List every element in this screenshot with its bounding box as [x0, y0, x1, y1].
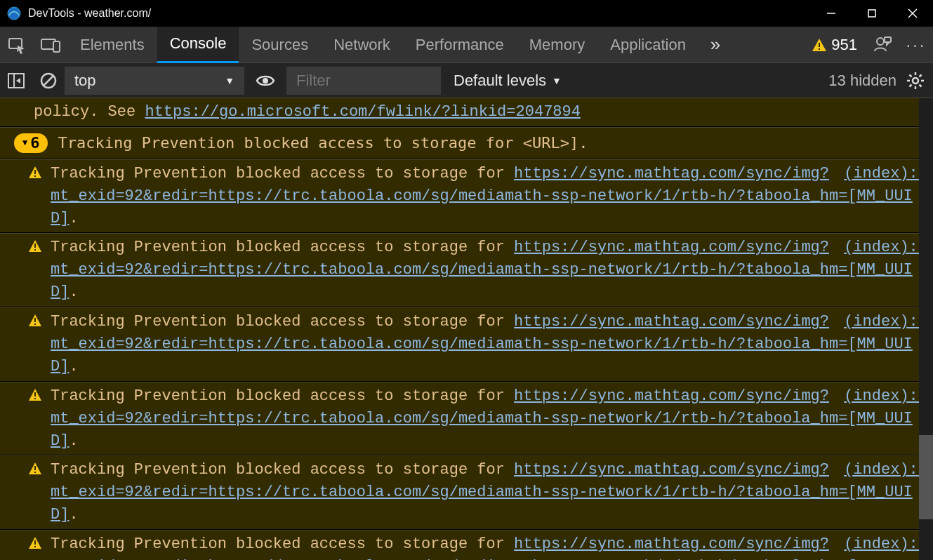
tab-application[interactable]: Application: [597, 27, 699, 63]
chevron-down-icon: ▼: [552, 75, 562, 86]
warning-count: 951: [831, 36, 857, 54]
svg-point-11: [877, 38, 884, 45]
svg-rect-38: [34, 546, 36, 547]
execution-context-select[interactable]: top ▼: [65, 67, 244, 95]
scrollbar-track[interactable]: [919, 98, 933, 560]
close-button[interactable]: [892, 0, 933, 27]
console-warning-row: (index):1 Tracking Prevention blocked ac…: [0, 159, 933, 234]
source-link[interactable]: (index):1: [844, 459, 927, 481]
maximize-button[interactable]: [852, 0, 892, 27]
filter-input[interactable]: [286, 67, 441, 95]
console-warning-row: (index):1 Tracking Prevention blocked ac…: [0, 455, 933, 530]
svg-rect-14: [8, 74, 14, 88]
clear-console-icon[interactable]: [32, 63, 65, 98]
svg-line-25: [920, 74, 922, 76]
source-link[interactable]: (index):1: [844, 385, 927, 408]
svg-rect-32: [34, 324, 36, 325]
inspect-element-icon[interactable]: [0, 27, 34, 63]
window-title: DevTools - weather.com/: [28, 7, 151, 20]
svg-rect-36: [34, 472, 36, 473]
tab-sources[interactable]: Sources: [239, 27, 321, 63]
message-text: Tracking Prevention blocked access to st…: [51, 313, 514, 331]
tab-network[interactable]: Network: [321, 27, 403, 63]
message-text: Tracking Prevention blocked access to st…: [51, 461, 514, 479]
console-warning-row: (index):1 Tracking Prevention blocked ac…: [0, 382, 933, 456]
svg-rect-35: [34, 466, 36, 470]
warning-icon: [28, 314, 42, 328]
toggle-sidebar-icon[interactable]: [0, 63, 32, 98]
svg-line-26: [910, 84, 912, 86]
svg-rect-12: [885, 37, 891, 42]
console-warning-row: (index):1 Tracking Prevention blocked ac…: [0, 307, 933, 382]
window-titlebar: DevTools - weather.com/: [0, 0, 933, 27]
svg-rect-27: [34, 170, 36, 174]
warning-icon: [28, 462, 42, 476]
message-text: Tracking Prevention blocked access to st…: [51, 239, 514, 256]
log-levels-select[interactable]: Default levels ▼: [454, 72, 562, 90]
device-toolbar-icon[interactable]: [34, 27, 67, 63]
message-text: .: [69, 358, 78, 375]
group-count-pill: ▼6: [14, 133, 48, 153]
hidden-messages-count[interactable]: 13 hidden: [828, 72, 896, 90]
svg-line-23: [910, 74, 912, 76]
app-icon: [7, 6, 21, 20]
svg-point-17: [263, 78, 268, 84]
svg-rect-30: [34, 249, 36, 251]
chevron-down-icon: ▼: [225, 75, 234, 86]
warning-badge[interactable]: 951: [812, 36, 857, 54]
svg-rect-9: [819, 43, 820, 47]
group-message: Tracking Prevention blocked access to st…: [58, 132, 588, 154]
scrollbar-thumb[interactable]: [919, 435, 933, 519]
source-link[interactable]: (index):1: [844, 236, 927, 259]
console-group-header[interactable]: ▼6 Tracking Prevention blocked access to…: [0, 127, 933, 159]
console-settings-icon[interactable]: [906, 72, 925, 90]
more-tabs-icon[interactable]: »: [699, 27, 732, 63]
log-levels-label: Default levels: [454, 72, 546, 90]
message-text: Tracking Prevention blocked access to st…: [51, 535, 514, 553]
minimize-button[interactable]: [811, 0, 852, 27]
console-warning-row: (index):1 Tracking Prevention blocked ac…: [0, 530, 933, 560]
tab-performance[interactable]: Performance: [403, 27, 517, 63]
tab-console[interactable]: Console: [157, 27, 239, 63]
message-text: policy. See: [34, 103, 145, 121]
message-text: .: [69, 432, 78, 450]
devtools-tabbar: Elements Console Sources Network Perform…: [0, 27, 933, 63]
message-text: .: [69, 284, 78, 301]
message-text: Tracking Prevention blocked access to st…: [51, 387, 514, 405]
message-text: .: [69, 506, 78, 524]
svg-line-24: [920, 84, 922, 86]
source-link[interactable]: (index):1: [844, 311, 927, 333]
execution-context-value: top: [74, 72, 96, 90]
tab-memory[interactable]: Memory: [517, 27, 597, 63]
warning-icon: [28, 388, 42, 402]
console-warning-row: policy. See https://go.microsoft.com/fwl…: [0, 98, 933, 127]
svg-rect-33: [34, 392, 36, 396]
svg-rect-28: [34, 175, 36, 177]
svg-point-18: [913, 78, 918, 84]
live-expression-icon[interactable]: [251, 67, 279, 95]
tab-elements[interactable]: Elements: [67, 27, 157, 63]
console-warning-row: (index):1 Tracking Prevention blocked ac…: [0, 233, 933, 307]
more-options-icon[interactable]: ···: [899, 27, 933, 63]
warning-icon: [28, 239, 42, 253]
svg-rect-31: [34, 318, 36, 322]
message-text: .: [69, 210, 78, 227]
warning-icon: [28, 536, 42, 550]
source-link[interactable]: (index):1: [844, 163, 927, 185]
svg-rect-29: [34, 244, 36, 248]
svg-line-16: [44, 76, 53, 86]
svg-rect-34: [34, 398, 36, 399]
warning-icon: [28, 166, 42, 180]
svg-rect-8: [53, 41, 60, 52]
message-link[interactable]: https://go.microsoft.com/fwlink/?linkid=…: [145, 103, 581, 121]
message-text: Tracking Prevention blocked access to st…: [51, 165, 514, 182]
svg-rect-3: [868, 10, 875, 17]
console-output: policy. See https://go.microsoft.com/fwl…: [0, 98, 933, 560]
console-toolbar: top ▼ Default levels ▼ 13 hidden: [0, 63, 933, 98]
source-link[interactable]: (index):1: [844, 533, 927, 556]
svg-rect-10: [819, 48, 820, 50]
svg-rect-37: [34, 540, 36, 545]
feedback-icon[interactable]: [866, 27, 899, 63]
